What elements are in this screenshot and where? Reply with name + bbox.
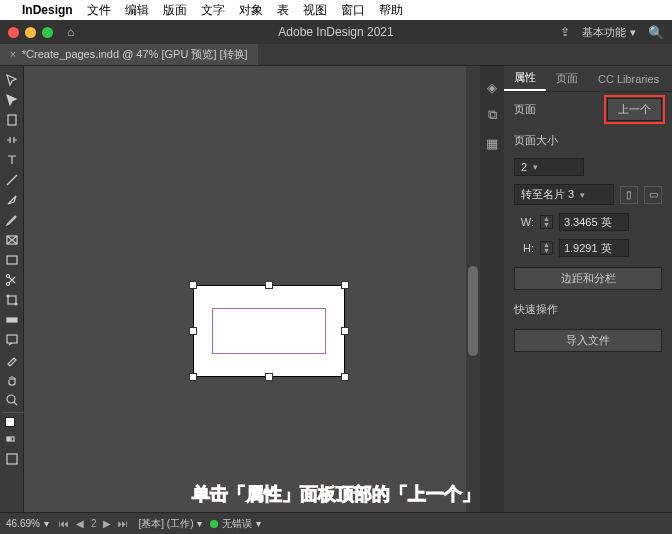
menu-app[interactable]: InDesign <box>22 3 73 17</box>
rectangle-tool[interactable] <box>0 250 24 270</box>
canvas[interactable] <box>24 66 480 512</box>
zoom-tool[interactable] <box>0 390 24 410</box>
menu-layout[interactable]: 版面 <box>163 2 187 19</box>
pen-tool[interactable] <box>0 190 24 210</box>
svg-rect-11 <box>7 437 10 441</box>
last-page-icon[interactable]: ⏭ <box>116 518 130 529</box>
svg-rect-12 <box>11 437 14 441</box>
page-artboard[interactable] <box>194 286 344 376</box>
hand-tool[interactable] <box>0 370 24 390</box>
zoom-value: 46.69% <box>6 518 40 529</box>
macos-menubar: InDesign 文件 编辑 版面 文字 对象 表 视图 窗口 帮助 www.m… <box>0 0 672 20</box>
prev-page-icon[interactable]: ◀ <box>74 518 86 529</box>
share-icon[interactable]: ⇪ <box>560 25 570 39</box>
rectangle-frame-tool[interactable] <box>0 230 24 250</box>
chevron-down-icon: ▾ <box>256 518 261 529</box>
zoom-select[interactable]: 46.69% ▾ <box>6 518 49 529</box>
tools-panel <box>0 66 24 512</box>
page-size-value: 2 <box>521 161 527 173</box>
selection-tool[interactable] <box>0 70 24 90</box>
preset-select[interactable]: 转至名片 3 ▾ <box>514 184 614 205</box>
svg-point-10 <box>7 395 15 403</box>
handle-b[interactable] <box>265 373 273 381</box>
handle-t[interactable] <box>265 281 273 289</box>
view-mode-toggle[interactable] <box>0 449 24 469</box>
scissors-tool[interactable] <box>0 270 24 290</box>
close-window[interactable] <box>8 27 19 38</box>
height-stepper[interactable]: ▲▼ <box>540 241 553 255</box>
fill-swatch[interactable] <box>5 417 15 427</box>
preset-label: 转至名片 3 <box>521 187 574 202</box>
properties-panel: 属性 页面 CC Libraries 页面 上一个 页面大小 2 ▾ 转至名片 … <box>504 66 672 512</box>
scrollbar-thumb[interactable] <box>468 266 478 356</box>
home-icon[interactable]: ⌂ <box>67 25 74 39</box>
watermark: www.macz.com <box>292 2 380 14</box>
menu-table[interactable]: 表 <box>277 2 289 19</box>
width-input[interactable] <box>559 213 629 231</box>
first-page-icon[interactable]: ⏮ <box>57 518 71 529</box>
direct-selection-tool[interactable] <box>0 90 24 110</box>
orientation-landscape-icon[interactable]: ▭ <box>644 186 662 204</box>
width-stepper[interactable]: ▲▼ <box>540 215 553 229</box>
panel-tabs: 属性 页面 CC Libraries <box>504 66 672 92</box>
maximize-window[interactable] <box>42 27 53 38</box>
height-label: H: <box>514 242 534 254</box>
next-page-icon[interactable]: ▶ <box>101 518 113 529</box>
tab-pages[interactable]: 页面 <box>546 66 588 91</box>
swatches-dock-icon[interactable]: ▦ <box>483 134 501 152</box>
previous-button[interactable]: 上一个 <box>607 98 662 121</box>
preflight-status[interactable]: 无错误 ▾ <box>210 517 261 531</box>
page-size-select[interactable]: 2 ▾ <box>514 158 584 176</box>
gradient-tool[interactable] <box>0 310 24 330</box>
handle-br[interactable] <box>341 373 349 381</box>
tab-properties[interactable]: 属性 <box>504 66 546 91</box>
tab-cc-libraries[interactable]: CC Libraries <box>588 66 669 91</box>
layers-dock-icon[interactable]: ◈ <box>483 78 501 96</box>
free-transform-tool[interactable] <box>0 290 24 310</box>
menu-object[interactable]: 对象 <box>239 2 263 19</box>
import-file-button[interactable]: 导入文件 <box>514 329 662 352</box>
minimize-window[interactable] <box>25 27 36 38</box>
menu-type[interactable]: 文字 <box>201 2 225 19</box>
handle-l[interactable] <box>189 327 197 335</box>
orientation-portrait-icon[interactable]: ▯ <box>620 186 638 204</box>
svg-rect-9 <box>7 335 17 343</box>
links-dock-icon[interactable]: ⧉ <box>483 106 501 124</box>
eyedropper-tool[interactable] <box>0 350 24 370</box>
window-controls <box>8 27 53 38</box>
menu-file[interactable]: 文件 <box>87 2 111 19</box>
page-tool[interactable] <box>0 110 24 130</box>
layer-label: [基本] (工作) <box>138 517 193 531</box>
margin-guide <box>212 308 326 354</box>
fill-stroke-swatches[interactable] <box>0 415 23 429</box>
layer-select[interactable]: [基本] (工作) ▾ <box>138 517 202 531</box>
quick-actions-label: 快速操作 <box>504 296 672 323</box>
page-header-row: 页面 上一个 <box>504 92 672 127</box>
handle-tl[interactable] <box>189 281 197 289</box>
handle-bl[interactable] <box>189 373 197 381</box>
close-tab-icon[interactable]: × <box>10 49 16 60</box>
status-bar: 46.69% ▾ ⏮ ◀ 2 ▶ ⏭ [基本] (工作) ▾ 无错误 ▾ <box>0 512 672 534</box>
workspace-switcher[interactable]: 基本功能 ▾ <box>582 25 636 40</box>
margins-columns-button[interactable]: 边距和分栏 <box>514 267 662 290</box>
color-theme-tool[interactable] <box>0 429 24 449</box>
handle-r[interactable] <box>341 327 349 335</box>
gap-tool[interactable] <box>0 130 24 150</box>
search-icon[interactable]: 🔍 <box>648 25 664 40</box>
vertical-scrollbar[interactable] <box>466 66 480 512</box>
svg-rect-13 <box>7 454 17 464</box>
document-tab[interactable]: × *Create_pages.indd @ 47% [GPU 预览] [转换] <box>0 44 258 65</box>
pencil-tool[interactable] <box>0 210 24 230</box>
page-navigator[interactable]: ⏮ ◀ 2 ▶ ⏭ <box>57 518 131 529</box>
chevron-down-icon: ▾ <box>580 190 585 200</box>
chevron-down-icon: ▾ <box>630 26 636 39</box>
note-tool[interactable] <box>0 330 24 350</box>
height-input[interactable] <box>559 239 629 257</box>
handle-tr[interactable] <box>341 281 349 289</box>
menu-help[interactable]: 帮助 <box>379 2 403 19</box>
line-tool[interactable] <box>0 170 24 190</box>
svg-point-3 <box>7 275 10 278</box>
menu-edit[interactable]: 编辑 <box>125 2 149 19</box>
type-tool[interactable] <box>0 150 24 170</box>
page-number[interactable]: 2 <box>89 518 99 529</box>
